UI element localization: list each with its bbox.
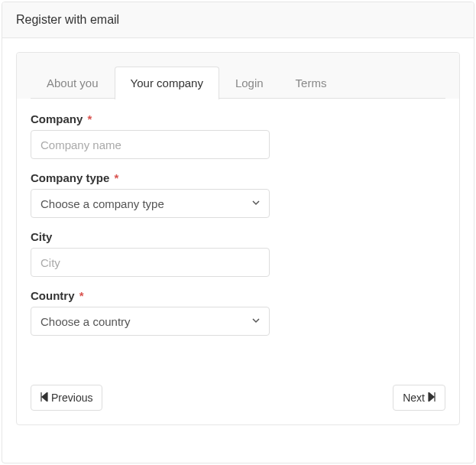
card-title: Register with email <box>16 13 119 26</box>
card-header: Register with email <box>2 2 474 38</box>
tab-your-company[interactable]: Your company <box>115 67 219 99</box>
company-type-select[interactable]: Choose a company type <box>31 189 270 218</box>
label-company-type: Company type * <box>31 171 445 184</box>
form-group-country: Country * Choose a country <box>31 289 445 336</box>
tab-login[interactable]: Login <box>219 67 280 99</box>
next-button[interactable]: Next <box>393 385 445 411</box>
wizard-footer: Previous Next <box>17 362 459 424</box>
tab-label: Login <box>235 76 264 89</box>
previous-label: Previous <box>51 392 92 404</box>
tab-about-you[interactable]: About you <box>31 67 115 99</box>
city-input[interactable] <box>31 248 270 277</box>
wizard-panel: About you Your company Login Terms Compa… <box>16 52 460 425</box>
label-company: Company * <box>31 112 445 125</box>
country-select-wrap: Choose a country <box>31 307 270 336</box>
wizard-body: Company * Company type * Choose a compan… <box>17 99 459 362</box>
wizard-tabs: About you Your company Login Terms <box>17 53 459 99</box>
label-city: City <box>31 230 445 243</box>
required-asterisk: * <box>115 171 119 184</box>
form-group-company: Company * <box>31 112 445 159</box>
form-group-company-type: Company type * Choose a company type <box>31 171 445 218</box>
step-forward-icon <box>428 392 436 404</box>
company-input[interactable] <box>31 130 270 159</box>
card-body: About you Your company Login Terms Compa… <box>2 38 474 439</box>
label-text: Company <box>31 112 83 125</box>
tab-label: Your company <box>131 76 203 89</box>
label-country: Country * <box>31 289 445 302</box>
required-asterisk: * <box>88 112 92 125</box>
company-type-select-wrap: Choose a company type <box>31 189 270 218</box>
previous-button[interactable]: Previous <box>31 385 102 411</box>
register-card: Register with email About you Your compa… <box>2 2 474 463</box>
tab-label: About you <box>47 76 99 89</box>
label-text: Company type <box>31 171 109 184</box>
tab-terms[interactable]: Terms <box>280 67 343 99</box>
step-backward-icon <box>40 392 48 404</box>
country-select[interactable]: Choose a country <box>31 307 270 336</box>
tab-label: Terms <box>296 76 327 89</box>
form-group-city: City <box>31 230 445 277</box>
next-label: Next <box>403 392 425 404</box>
label-text: Country <box>31 289 75 302</box>
required-asterisk: * <box>79 289 84 302</box>
label-text: City <box>31 230 52 243</box>
